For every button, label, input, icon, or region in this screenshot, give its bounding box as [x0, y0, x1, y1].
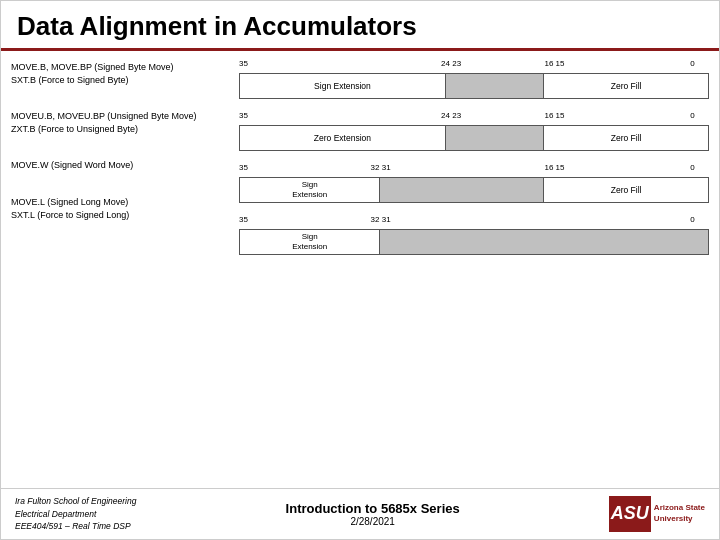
intro-date: 2/28/2021: [286, 516, 460, 527]
seg-sign-ext-0: Sign Extension: [240, 74, 446, 98]
diagram-bar-3: SignExtension: [239, 229, 709, 255]
diagram-row-2: 35 32 31 16 15 0 SignExtension Zero Fill: [239, 163, 709, 203]
asu-logo-abbr: ASU: [609, 496, 651, 532]
bit-labels-2: 35 32 31 16 15 0: [239, 163, 709, 176]
diagram-bar-0: Sign Extension Zero Fill: [239, 73, 709, 99]
seg-data-3: [380, 230, 708, 254]
asu-logo-text: Arizona State University: [651, 503, 705, 524]
instructions-column: MOVE.B, MOVE.BP (Signed Byte Move) SXT.B…: [11, 57, 231, 482]
instruction-line1: MOVE.B, MOVE.BP (Signed Byte Move): [11, 61, 231, 74]
instruction-line2: SXT.L (Force to Signed Long): [11, 209, 231, 222]
diagram-row-0: 35 24 23 16 15 0 Sign Extension Zero Fil…: [239, 59, 709, 99]
instruction-group-1: MOVEU.B, MOVEU.BP (Unsigned Byte Move) Z…: [11, 110, 231, 135]
seg-zero-fill-0: Zero Fill: [544, 74, 708, 98]
diagram-row-1: 35 24 23 16 15 0 Zero Extension Zero Fil…: [239, 111, 709, 151]
bit-labels-1: 35 24 23 16 15 0: [239, 111, 709, 124]
seg-data-2: [380, 178, 544, 202]
seg-sign-ext-3: SignExtension: [240, 230, 380, 254]
instruction-line2: SXT.B (Force to Signed Byte): [11, 74, 231, 87]
footer-right: ASU Arizona State University: [609, 496, 705, 532]
diagram-bar-2: SignExtension Zero Fill: [239, 177, 709, 203]
footer-center: Introduction to 5685x Series 2/28/2021: [286, 501, 460, 527]
course-name: EEE404/591 – Real Time DSP: [15, 520, 136, 533]
instruction-group-0: MOVE.B, MOVE.BP (Signed Byte Move) SXT.B…: [11, 61, 231, 86]
asu-full-line2: University: [654, 514, 705, 524]
instruction-line1: MOVE.L (Signed Long Move): [11, 196, 231, 209]
school-name: Ira Fulton School of Engineering: [15, 495, 136, 508]
diagrams-column: 35 24 23 16 15 0 Sign Extension Zero Fil…: [239, 57, 709, 482]
slide: Data Alignment in Accumulators MOVE.B, M…: [0, 0, 720, 540]
header: Data Alignment in Accumulators: [1, 1, 719, 51]
footer-left: Ira Fulton School of Engineering Electri…: [15, 495, 136, 533]
bit-labels-0: 35 24 23 16 15 0: [239, 59, 709, 72]
asu-full-line1: Arizona State: [654, 503, 705, 513]
footer: Ira Fulton School of Engineering Electri…: [1, 488, 719, 539]
diagram-row-3: 35 32 31 0 SignExtension: [239, 215, 709, 255]
seg-zero-fill-2: Zero Fill: [544, 178, 708, 202]
seg-data-1: [446, 126, 544, 150]
instruction-line1: MOVE.W (Signed Word Move): [11, 159, 231, 172]
seg-sign-ext-2: SignExtension: [240, 178, 380, 202]
instruction-line1: MOVEU.B, MOVEU.BP (Unsigned Byte Move): [11, 110, 231, 123]
seg-zero-ext-1: Zero Extension: [240, 126, 446, 150]
content-area: MOVE.B, MOVE.BP (Signed Byte Move) SXT.B…: [1, 51, 719, 488]
instruction-group-3: MOVE.L (Signed Long Move) SXT.L (Force t…: [11, 196, 231, 221]
instruction-group-2: MOVE.W (Signed Word Move): [11, 159, 231, 172]
diagram-bar-1: Zero Extension Zero Fill: [239, 125, 709, 151]
seg-zero-fill-1: Zero Fill: [544, 126, 708, 150]
instruction-line2: ZXT.B (Force to Unsigned Byte): [11, 123, 231, 136]
seg-data-0: [446, 74, 544, 98]
intro-title: Introduction to 5685x Series: [286, 501, 460, 516]
page-title: Data Alignment in Accumulators: [17, 11, 703, 42]
bit-labels-3: 35 32 31 0: [239, 215, 709, 228]
department-name: Electrical Department: [15, 508, 136, 521]
